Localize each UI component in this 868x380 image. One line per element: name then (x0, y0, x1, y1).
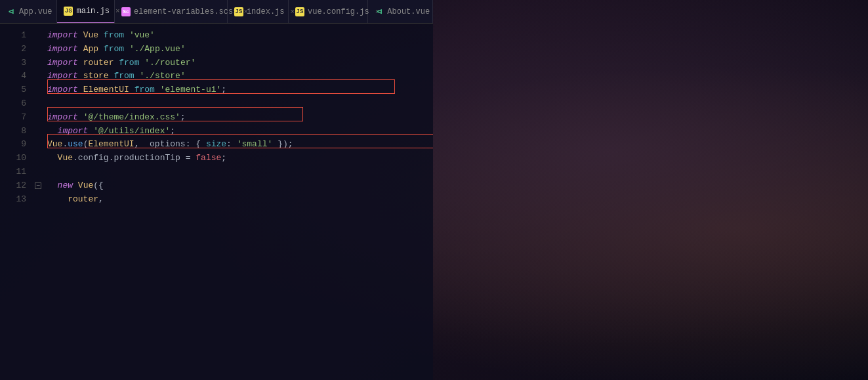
vue-icon-about: ⊲ (375, 7, 384, 16)
line-num-2: 2 (0, 43, 26, 56)
line-num-9: 9 (0, 138, 26, 152)
tab-vue-config[interactable]: JS vue.config.js × (289, 0, 368, 23)
kw-from-4: from (114, 70, 134, 83)
kw-import-2: import (47, 43, 78, 56)
tab-app-vue[interactable]: ⊲ App.vue × (0, 0, 57, 23)
gutter-8 (31, 125, 45, 138)
gutter-6 (31, 97, 45, 111)
js-icon-vue-config: JS (295, 7, 304, 16)
gutter-10 (31, 152, 45, 165)
line-num-11: 11 (0, 165, 26, 179)
tab-main-js[interactable]: JS main.js × (57, 0, 114, 24)
code-line-1: import Vue from 'vue' (47, 29, 433, 43)
line-num-7: 7 (0, 111, 26, 125)
str-store: './store' (139, 70, 185, 83)
editor-panel: ⊲ App.vue × JS main.js × Sc element-vari… (0, 0, 433, 380)
ident-elementui: ElementUI (83, 83, 129, 97)
str-element-ui: 'element-ui' (160, 83, 222, 97)
vue-icon: ⊲ (7, 7, 16, 16)
code-line-9: Vue . use ( ElementUI , options : { size… (47, 138, 433, 152)
kw-import-8: import (58, 125, 89, 138)
arg-elementui: ElementUI (88, 138, 134, 152)
kw-from-2: from (104, 43, 124, 56)
code-line-13: router , (47, 193, 433, 207)
gutter-2 (31, 43, 45, 56)
ident-vue: Vue (83, 29, 98, 43)
code-line-6 (47, 97, 433, 111)
tab-about-vue[interactable]: ⊲ About.vue × (368, 0, 433, 23)
ident-app: App (83, 43, 98, 56)
gutter-7 (31, 111, 45, 125)
tab-element-variables[interactable]: Sc element-variables.scss × (115, 0, 228, 23)
code-content: import Vue from 'vue' import App from '.… (45, 24, 433, 380)
tab-label-about-vue: About.vue (387, 7, 430, 16)
method-use: use (68, 138, 83, 152)
ident-router-prop: router (68, 193, 98, 207)
str-small: 'small' (237, 138, 273, 152)
kw-from-3: from (119, 56, 139, 70)
str-router: './router' (144, 56, 196, 70)
gutter-12[interactable]: − (31, 179, 45, 193)
gutter-3 (31, 56, 45, 70)
code-area: 1 2 3 4 5 6 7 8 9 10 11 12 13 (0, 24, 433, 380)
code-line-7: import '@/theme/index.css' ; (47, 111, 433, 125)
tab-label-main-js: main.js (76, 7, 109, 16)
kw-import-1: import (47, 29, 78, 43)
ident-router: router (83, 56, 114, 70)
kw-from-1: from (104, 29, 124, 43)
line-num-6: 6 (0, 97, 26, 111)
line-num-10: 10 (0, 152, 26, 165)
code-line-12: new Vue ({ (47, 179, 433, 193)
gutter-13 (31, 193, 45, 207)
str-utils: '@/utils/index' (93, 125, 170, 138)
tab-label-vue-config: vue.config.js (308, 7, 369, 16)
str-vue: 'vue' (129, 29, 155, 43)
line-num-5: 5 (0, 83, 26, 97)
js-icon-main: JS (64, 7, 73, 16)
str-app-vue: './App.vue' (129, 43, 186, 56)
kw-import-7: import (47, 111, 78, 125)
code-line-2: import App from './App.vue' (47, 43, 433, 56)
str-theme-css: '@/theme/index.css' (83, 111, 180, 125)
kw-import-3: import (47, 56, 78, 70)
ident-store: store (83, 70, 109, 83)
key-size: size (206, 138, 226, 152)
scss-icon: Sc (121, 7, 131, 16)
kw-false: false (196, 152, 221, 165)
collapse-12[interactable]: − (35, 182, 41, 189)
line-num-4: 4 (0, 70, 26, 83)
tab-label-app-vue: App.vue (19, 7, 52, 16)
code-line-5: import ElementUI from 'element-ui' ; (47, 83, 433, 97)
tab-index-js[interactable]: JS index.js × (228, 0, 289, 23)
line-numbers: 1 2 3 4 5 6 7 8 9 10 11 12 13 (0, 24, 31, 380)
line-num-1: 1 (0, 29, 26, 43)
gutter: − (31, 24, 45, 380)
tab-label-element-variables: element-variables.scss (134, 7, 238, 16)
line-num-8: 8 (0, 125, 26, 138)
code-line-3: import router from './router' (47, 56, 433, 70)
kw-import-5: import (47, 83, 78, 97)
ident-vue-new: Vue (78, 179, 93, 193)
kw-new: new (58, 179, 73, 193)
tab-label-index-js: index.js (247, 7, 285, 16)
code-line-8: import '@/utils/index' ; (47, 125, 433, 138)
kw-from-5: from (134, 83, 155, 97)
kw-import-4: import (47, 70, 78, 83)
js-icon-index: JS (234, 7, 243, 16)
ident-vue-use: Vue (47, 138, 62, 152)
code-line-10: Vue . config . productionTip = false ; (47, 152, 433, 165)
line-num-12: 12 (0, 179, 26, 193)
gutter-5 (31, 83, 45, 97)
ident-vue-config: Vue (58, 152, 73, 165)
gutter-9 (31, 138, 45, 152)
code-line-11 (47, 165, 433, 179)
line-num-3: 3 (0, 56, 26, 70)
line-num-13: 13 (0, 193, 26, 207)
tab-bar: ⊲ App.vue × JS main.js × Sc element-vari… (0, 0, 433, 24)
gutter-4 (31, 70, 45, 83)
code-line-4: import store from './store' (47, 70, 433, 83)
gutter-11 (31, 165, 45, 179)
gutter-1 (31, 29, 45, 43)
